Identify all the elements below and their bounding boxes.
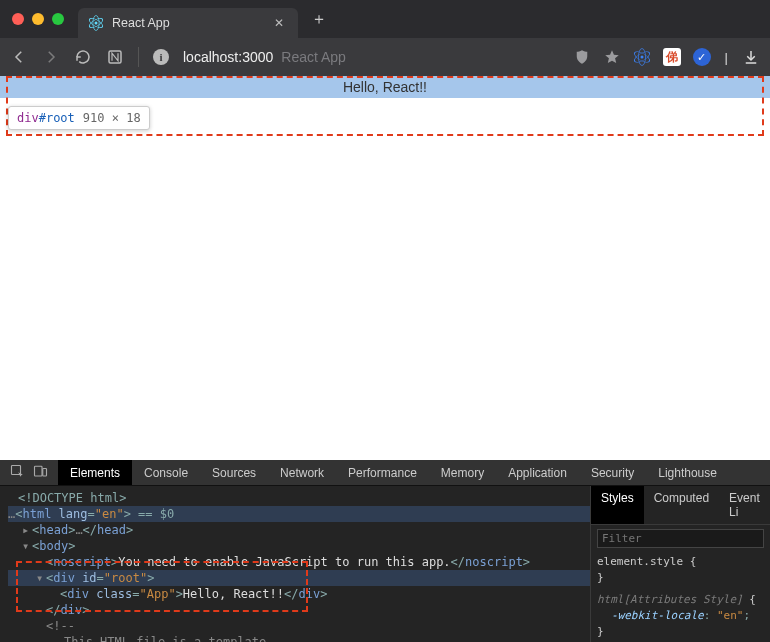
address-bar: i localhost:3000 React App 俤 ✓ | bbox=[0, 38, 770, 76]
devtools-tab-security[interactable]: Security bbox=[579, 460, 646, 485]
reload-button[interactable] bbox=[74, 48, 92, 66]
devtools-tab-network[interactable]: Network bbox=[268, 460, 336, 485]
downloads-button[interactable] bbox=[742, 48, 760, 66]
devtools-tab-sources[interactable]: Sources bbox=[200, 460, 268, 485]
toolbar-right: 俤 ✓ | bbox=[573, 48, 760, 66]
browser-tab[interactable]: React App ✕ bbox=[78, 8, 298, 38]
notion-extension-icon[interactable] bbox=[106, 48, 124, 66]
url-host: localhost:3000 bbox=[183, 49, 273, 65]
tooltip-id: root bbox=[46, 111, 75, 125]
site-info-button[interactable]: i bbox=[153, 49, 169, 65]
extension-icon[interactable]: 俤 bbox=[663, 48, 681, 66]
react-devtools-extension-icon[interactable] bbox=[633, 48, 651, 66]
window-traffic-lights bbox=[12, 13, 64, 25]
nav-forward-button[interactable] bbox=[42, 48, 60, 66]
tab-title: React App bbox=[112, 16, 262, 30]
device-toolbar-button[interactable] bbox=[33, 464, 48, 482]
devtools-tab-application[interactable]: Application bbox=[496, 460, 579, 485]
window-close-button[interactable] bbox=[12, 13, 24, 25]
page-viewport: Hello, React!! div#root 910 × 18 bbox=[0, 76, 770, 463]
rule-val: "en" bbox=[717, 609, 744, 622]
svg-rect-2 bbox=[35, 466, 43, 476]
url-page-title: React App bbox=[281, 49, 346, 65]
dom-noscript-text: You need to enable JavaScript to run thi… bbox=[118, 555, 450, 569]
tooltip-dimensions: 910 × 18 bbox=[83, 111, 141, 125]
dom-tree[interactable]: <!DOCTYPE html> …<html lang="en"> == $0 … bbox=[0, 486, 590, 642]
window-max-button[interactable] bbox=[52, 13, 64, 25]
new-tab-button[interactable]: ＋ bbox=[306, 6, 332, 32]
nav-back-button[interactable] bbox=[10, 48, 28, 66]
react-logo-icon bbox=[88, 15, 104, 31]
devtools-tabstrip: Elements Console Sources Network Perform… bbox=[0, 460, 770, 486]
inspect-element-button[interactable] bbox=[10, 464, 25, 482]
window-titlebar: React App ✕ ＋ bbox=[0, 0, 770, 38]
dom-doctype: <!DOCTYPE html> bbox=[18, 491, 126, 505]
devtools-left-controls bbox=[0, 460, 58, 485]
separator bbox=[138, 47, 139, 67]
app-hello-text: Hello, React!! bbox=[343, 79, 427, 95]
devtools-tab-console[interactable]: Console bbox=[132, 460, 200, 485]
tooltip-idprefix: # bbox=[39, 111, 46, 125]
devtools-panel: Elements Console Sources Network Perform… bbox=[0, 460, 770, 642]
bookmark-star-icon[interactable] bbox=[603, 48, 621, 66]
extension-check-icon[interactable]: ✓ bbox=[693, 48, 711, 66]
shield-icon[interactable] bbox=[573, 48, 591, 66]
dom-comment-open: <!-- bbox=[46, 619, 75, 633]
styles-tab-eventlisteners[interactable]: Event Li bbox=[719, 486, 770, 524]
styles-rules[interactable]: element.style { } html[Attributes Style]… bbox=[591, 552, 770, 642]
rule-prop: -webkit-locale bbox=[611, 609, 704, 622]
dom-comment-text: This HTML file is a template. bbox=[64, 635, 274, 642]
toolbar-divider: | bbox=[723, 50, 730, 65]
url-field[interactable]: localhost:3000 React App bbox=[183, 49, 559, 65]
window-min-button[interactable] bbox=[32, 13, 44, 25]
dom-app-text: Hello, React!! bbox=[183, 587, 284, 601]
styles-pane: Styles Computed Event Li element.style {… bbox=[590, 486, 770, 642]
svg-rect-3 bbox=[43, 468, 47, 476]
inspected-element-overlay: Hello, React!! bbox=[0, 76, 770, 98]
rule-element-style: element.style bbox=[597, 555, 683, 568]
close-tab-button[interactable]: ✕ bbox=[270, 14, 288, 32]
styles-tab-computed[interactable]: Computed bbox=[644, 486, 719, 524]
rule-html-attrs: html[Attributes Style] bbox=[597, 593, 743, 606]
styles-filter-input[interactable] bbox=[597, 529, 764, 548]
dom-eq0: == $0 bbox=[138, 507, 174, 521]
tooltip-tagname: div bbox=[17, 111, 39, 125]
styles-tab-styles[interactable]: Styles bbox=[591, 486, 644, 524]
devtools-tab-lighthouse[interactable]: Lighthouse bbox=[646, 460, 729, 485]
element-inspect-tooltip: div#root 910 × 18 bbox=[8, 106, 150, 130]
devtools-tab-performance[interactable]: Performance bbox=[336, 460, 429, 485]
devtools-tab-memory[interactable]: Memory bbox=[429, 460, 496, 485]
devtools-tab-elements[interactable]: Elements bbox=[58, 460, 132, 485]
